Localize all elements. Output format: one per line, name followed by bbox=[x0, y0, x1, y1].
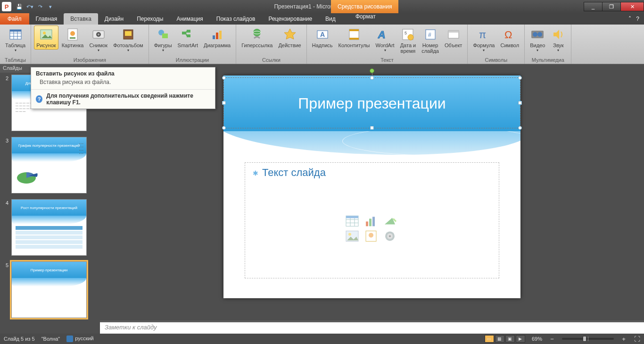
zoom-in-button[interactable]: + bbox=[620, 336, 627, 343]
photoalbum-button[interactable]: Фотоальбом ▾ bbox=[111, 25, 146, 54]
smartart-button[interactable]: SmartArt bbox=[175, 25, 200, 50]
normal-view-button[interactable]: ▭ bbox=[485, 335, 494, 343]
slidenum-button[interactable]: # Номер слайда bbox=[419, 25, 441, 55]
tab-home[interactable]: Главная bbox=[29, 13, 64, 25]
audio-icon bbox=[551, 27, 566, 42]
zoom-out-button[interactable]: − bbox=[549, 336, 555, 343]
audio-button[interactable]: Звук ▾ bbox=[548, 25, 568, 54]
svg-rect-53 bbox=[372, 217, 375, 226]
screenshot-icon bbox=[91, 27, 106, 42]
tab-view[interactable]: Вид bbox=[319, 13, 342, 25]
insert-media-icon[interactable] bbox=[383, 230, 397, 242]
group-images: Рисунок Картинка Снимок ▾ Фотоальбом ▾ И… bbox=[31, 25, 149, 64]
chart-icon bbox=[210, 27, 225, 42]
headerfooter-button[interactable]: Колонтитулы bbox=[336, 25, 372, 50]
hyperlink-button[interactable]: Гиперссылка bbox=[239, 25, 275, 50]
hyperlink-icon bbox=[249, 27, 264, 42]
tab-insert[interactable]: Вставка bbox=[64, 13, 98, 25]
insert-picture-icon[interactable] bbox=[345, 230, 359, 242]
slide-thumb-3[interactable]: График популярности презентаций ▪ —▪ —▪ … bbox=[11, 137, 87, 193]
tab-review[interactable]: Рецензирование bbox=[262, 13, 319, 25]
slide-thumb-4[interactable]: Рост популярности презентаций bbox=[11, 199, 87, 256]
resize-handle-nw[interactable] bbox=[222, 76, 226, 80]
undo-icon[interactable]: ↶▾ bbox=[25, 2, 34, 11]
datetime-button[interactable]: 5 Дата и время bbox=[398, 25, 419, 55]
svg-rect-30 bbox=[349, 38, 359, 40]
svg-rect-19 bbox=[187, 30, 190, 33]
slide-thumb-5[interactable]: Пример презентации bbox=[11, 261, 87, 318]
svg-point-55 bbox=[348, 233, 351, 235]
picture-button[interactable]: Рисунок bbox=[34, 25, 58, 50]
tab-transitions[interactable]: Переходы bbox=[130, 13, 170, 25]
help-icon[interactable]: ? bbox=[636, 16, 639, 22]
content-placeholder[interactable]: ✱Текст слайда bbox=[245, 162, 499, 278]
maximize-button[interactable]: ❐ bbox=[602, 2, 621, 11]
thumb-number: 5 bbox=[3, 261, 8, 318]
tab-file[interactable]: Файл bbox=[0, 13, 29, 25]
equation-button[interactable]: π Формула ▾ bbox=[471, 25, 497, 54]
zoom-thumb[interactable] bbox=[583, 336, 586, 342]
ribbon-minimize-icon[interactable]: ˄ bbox=[628, 16, 631, 22]
svg-rect-22 bbox=[216, 33, 218, 39]
svg-text:π: π bbox=[479, 29, 486, 41]
save-icon[interactable]: 💾 bbox=[15, 2, 24, 11]
symbol-button[interactable]: Ω Символ bbox=[498, 25, 521, 50]
action-button[interactable]: Действие bbox=[276, 25, 303, 50]
powerpoint-app-icon: P bbox=[2, 2, 11, 11]
resize-handle-e[interactable] bbox=[518, 101, 522, 105]
wordart-button[interactable]: A WordArt ▾ bbox=[373, 25, 397, 54]
rotate-handle[interactable] bbox=[370, 68, 374, 73]
sorter-view-button[interactable]: ▦ bbox=[495, 335, 504, 343]
slidenum-icon: # bbox=[423, 27, 438, 42]
video-icon bbox=[530, 27, 545, 42]
zoom-slider[interactable] bbox=[562, 338, 614, 340]
table-button[interactable]: Таблица ▾ bbox=[3, 25, 28, 54]
resize-handle-n[interactable] bbox=[370, 76, 374, 80]
video-button[interactable]: Видео ▾ bbox=[528, 25, 547, 54]
zoom-percentage[interactable]: 69% bbox=[532, 336, 542, 342]
shapes-button[interactable]: Фигуры ▾ bbox=[152, 25, 174, 54]
insert-smartart-icon[interactable] bbox=[383, 215, 397, 227]
tooltip-title: Вставить рисунок из файла bbox=[31, 67, 215, 78]
svg-rect-20 bbox=[187, 34, 190, 37]
chart-button[interactable]: Диаграмма bbox=[201, 25, 233, 50]
tab-design[interactable]: Дизайн bbox=[98, 13, 130, 25]
group-media: Видео ▾ Звук ▾ Мультимедиа bbox=[525, 25, 571, 64]
group-symbols: π Формула ▾ Ω Символ Символы bbox=[468, 25, 525, 64]
insert-picture-tooltip: Вставить рисунок из файла Вставка рисунк… bbox=[31, 67, 215, 109]
clipart-button[interactable]: Картинка bbox=[59, 25, 86, 50]
tab-format[interactable]: Формат bbox=[349, 13, 382, 20]
reading-view-button[interactable]: ▣ bbox=[505, 335, 515, 343]
qat-customize-icon[interactable]: ▾ bbox=[46, 2, 55, 11]
insert-clipart-icon[interactable] bbox=[364, 230, 378, 242]
screenshot-button[interactable]: Снимок ▾ bbox=[87, 25, 110, 54]
svg-point-43 bbox=[537, 32, 542, 37]
tab-slideshow[interactable]: Показ слайдов bbox=[210, 13, 262, 25]
close-button[interactable]: ✕ bbox=[620, 2, 644, 11]
tab-animation[interactable]: Анимация bbox=[170, 13, 209, 25]
bullet-icon: ✱ bbox=[253, 169, 258, 177]
clipart-icon bbox=[65, 27, 80, 42]
resize-handle-sw[interactable] bbox=[222, 126, 226, 130]
svg-rect-17 bbox=[162, 34, 168, 38]
notes-pane[interactable]: Заметки к слайду bbox=[100, 320, 644, 334]
resize-handle-w[interactable] bbox=[222, 101, 226, 105]
resize-handle-ne[interactable] bbox=[518, 76, 522, 80]
textbox-button[interactable]: A Надпись bbox=[310, 25, 335, 50]
selection-box[interactable] bbox=[223, 77, 520, 128]
resize-handle-s[interactable] bbox=[370, 126, 374, 130]
resize-handle-se[interactable] bbox=[518, 126, 522, 130]
object-button[interactable]: Объект bbox=[442, 25, 464, 50]
title-bar: P 💾 ↶▾ ↷ ▾ Презентация1 - Microsoft Powe… bbox=[0, 0, 644, 13]
fit-to-window-button[interactable]: ⛶ bbox=[634, 336, 640, 343]
insert-table-icon[interactable] bbox=[345, 215, 359, 227]
svg-point-24 bbox=[253, 29, 261, 36]
minimize-button[interactable]: _ bbox=[584, 2, 603, 11]
slide: Пример презентации ✱Текст слайда bbox=[223, 76, 520, 298]
insert-chart-icon[interactable] bbox=[364, 215, 378, 227]
slideshow-view-button[interactable]: ▶ bbox=[516, 335, 525, 343]
status-language[interactable]: русский bbox=[66, 336, 93, 342]
redo-icon[interactable]: ↷ bbox=[36, 2, 44, 11]
drawing-tools-context-tab: Средства рисования bbox=[331, 0, 398, 13]
group-illustrations: Фигуры ▾ SmartArt Диаграмма Иллюстрации bbox=[149, 25, 237, 64]
